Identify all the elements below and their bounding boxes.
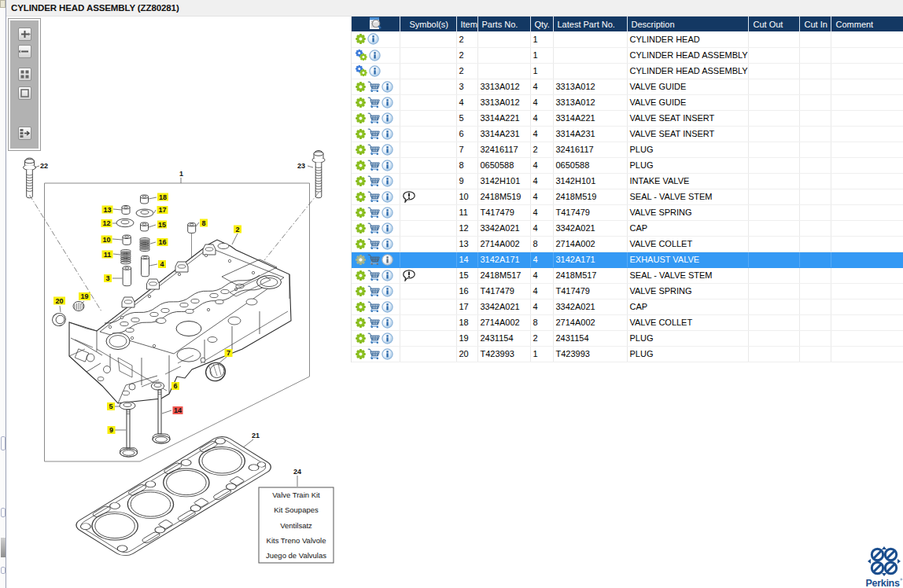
svg-text:7: 7 (227, 349, 230, 357)
svg-text:21: 21 (252, 432, 260, 439)
svg-text:9: 9 (109, 426, 113, 434)
svg-text:16: 16 (158, 238, 166, 246)
svg-text:15: 15 (158, 221, 166, 229)
svg-text:13: 13 (103, 206, 111, 214)
svg-text:Ventilsatz: Ventilsatz (280, 521, 312, 530)
svg-text:18: 18 (159, 193, 167, 201)
svg-text:24: 24 (293, 468, 301, 476)
svg-text:19: 19 (80, 292, 88, 300)
svg-text:2: 2 (235, 226, 239, 233)
svg-text:Valve Train Kit: Valve Train Kit (272, 491, 320, 499)
svg-text:20: 20 (55, 297, 63, 305)
svg-text:12: 12 (102, 219, 110, 227)
svg-text:3: 3 (105, 274, 109, 282)
svg-text:14: 14 (174, 406, 182, 414)
svg-text:6: 6 (173, 382, 177, 390)
svg-text:5: 5 (109, 402, 112, 410)
svg-text:Kits Treno Valvole: Kits Treno Valvole (267, 536, 326, 545)
svg-text:Perkins: Perkins (866, 578, 900, 588)
svg-text:22: 22 (40, 162, 48, 170)
svg-text:17: 17 (158, 206, 166, 214)
svg-text:11: 11 (104, 251, 112, 259)
svg-text:Kit Soupapes: Kit Soupapes (274, 505, 319, 514)
svg-text:8: 8 (201, 219, 205, 227)
svg-text:23: 23 (297, 162, 305, 170)
svg-text:Juego de Valvulas: Juego de Valvulas (266, 551, 326, 560)
svg-text:10: 10 (102, 236, 110, 244)
svg-text:1: 1 (179, 170, 183, 178)
svg-text:4: 4 (160, 260, 164, 268)
